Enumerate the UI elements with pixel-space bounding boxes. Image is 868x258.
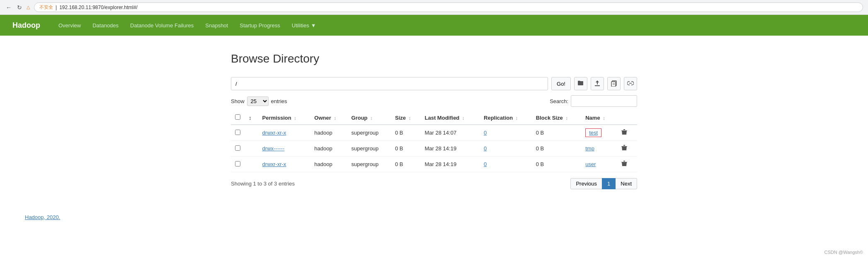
nav-datanodes[interactable]: Datanodes (87, 15, 124, 36)
group-label: Group (352, 115, 368, 121)
row-checkbox-0[interactable] (235, 130, 240, 135)
size-header[interactable]: Size ↕ (391, 111, 421, 125)
row-name-1[interactable]: tmp (581, 141, 616, 157)
row-replication-1: 0 (480, 141, 532, 157)
link-button[interactable] (624, 77, 637, 90)
row-size-0: 0 B (391, 125, 421, 141)
name-link-1[interactable]: tmp (585, 145, 594, 152)
row-block-size-2: 0 B (532, 157, 581, 172)
row-delete-0 (616, 125, 637, 141)
name-link-highlighted[interactable]: test (585, 128, 601, 137)
row-last-modified-2: Mar 28 14:19 (421, 157, 480, 172)
actions-header (616, 111, 637, 125)
page-1-button[interactable]: 1 (602, 178, 616, 189)
row-size-2: 0 B (391, 157, 421, 172)
chevron-down-icon: ▼ (311, 22, 316, 29)
row-permission-1[interactable]: drwx------ (258, 141, 310, 157)
search-input[interactable] (571, 95, 637, 107)
entries-label: entries (271, 98, 287, 104)
url-text: 192.168.20.11:9870/explorer.html#/ (59, 5, 138, 10)
delete-button-0[interactable] (620, 128, 629, 137)
nav-startup-progress[interactable]: Startup Progress (234, 15, 286, 36)
name-sort-icon: ↕ (603, 116, 605, 121)
select-all-checkbox[interactable] (235, 114, 240, 120)
pagination-buttons: Previous 1 Next (571, 178, 637, 189)
delete-button-2[interactable] (620, 159, 629, 169)
sort-icon-header[interactable]: ↕ (245, 111, 258, 125)
pagination-info: Showing 1 to 3 of 3 entries (231, 181, 295, 187)
sort-icon: ↕ (249, 115, 252, 121)
back-button[interactable]: ← (5, 4, 12, 11)
upload-button[interactable] (591, 77, 604, 90)
pagination-row: Showing 1 to 3 of 3 entries Previous 1 N… (231, 178, 637, 189)
folder-button[interactable] (574, 77, 587, 90)
show-row: Show 10 25 50 100 entries Search: (231, 95, 637, 107)
footer: Hadoop, 2020. (0, 206, 868, 229)
row-checkbox-cell (231, 157, 245, 172)
row-owner-1: hadoop (310, 141, 347, 157)
group-header[interactable]: Group ↕ (347, 111, 391, 125)
replication-sort-icon: ↕ (516, 116, 518, 121)
name-header[interactable]: Name ↕ (581, 111, 616, 125)
nav-utilities[interactable]: Utilities ▼ (286, 15, 322, 36)
show-label: Show (231, 98, 245, 104)
clipboard-icon (611, 80, 617, 88)
name-label: Name (585, 115, 600, 121)
entries-select[interactable]: 10 25 50 100 (247, 96, 269, 106)
warning-label: 不安全 (39, 4, 53, 10)
row-replication-2: 0 (480, 157, 532, 172)
replication-label: Replication (484, 115, 513, 121)
row-block-size-0: 0 B (532, 125, 581, 141)
previous-button[interactable]: Previous (570, 178, 602, 189)
last-modified-header[interactable]: Last Modified ↕ (421, 111, 480, 125)
row-size-1: 0 B (391, 141, 421, 157)
table-row: drwx------ hadoop supergroup 0 B Mar 28 … (231, 141, 637, 157)
nav-overview[interactable]: Overview (53, 15, 87, 36)
row-checkbox-2[interactable] (235, 161, 240, 166)
row-icon-cell (245, 125, 258, 141)
folder-icon (577, 80, 584, 88)
row-permission-0[interactable]: drwxr-xr-x (258, 125, 310, 141)
owner-header[interactable]: Owner ↕ (310, 111, 347, 125)
page-title: Browse Directory (231, 52, 637, 65)
search-label: Search: (550, 98, 568, 104)
select-all-header[interactable] (231, 111, 245, 125)
main-content: Browse Directory Go! Show (206, 36, 662, 206)
row-replication-0: 0 (480, 125, 532, 141)
row-checkbox-cell (231, 125, 245, 141)
name-link-2[interactable]: user (585, 161, 596, 167)
row-checkbox-1[interactable] (235, 145, 240, 151)
row-name-0[interactable]: test (581, 125, 616, 141)
permission-header[interactable]: Permission ↕ (258, 111, 310, 125)
go-button[interactable]: Go! (551, 77, 571, 90)
navbar-brand[interactable]: Hadoop (8, 21, 44, 30)
block-size-header[interactable]: Block Size ↕ (532, 111, 581, 125)
row-name-2[interactable]: user (581, 157, 616, 172)
upload-icon (594, 80, 601, 88)
separator: | (56, 5, 57, 10)
row-permission-2[interactable]: drwxr-xr-x (258, 157, 310, 172)
row-icon-cell (245, 157, 258, 172)
nav-snapshot[interactable]: Snapshot (199, 15, 234, 36)
row-delete-1 (616, 141, 637, 157)
row-owner-2: hadoop (310, 157, 347, 172)
row-owner-0: hadoop (310, 125, 347, 141)
clipboard-button[interactable] (607, 77, 621, 90)
permission-sort-icon: ↕ (294, 116, 296, 121)
last-modified-label: Last Modified (425, 115, 460, 121)
replication-header[interactable]: Replication ↕ (480, 111, 532, 125)
next-button[interactable]: Next (615, 178, 637, 189)
directory-table: ↕ Permission ↕ Owner ↕ Group ↕ Size ↕ (231, 111, 637, 172)
block-size-sort-icon: ↕ (565, 116, 568, 121)
block-size-label: Block Size (536, 115, 563, 121)
row-group-2: supergroup (347, 157, 391, 172)
delete-button-1[interactable] (620, 144, 629, 153)
security-warning-icon: △ (27, 5, 30, 10)
reload-button[interactable]: ↻ (16, 4, 23, 11)
footer-text[interactable]: Hadoop, 2020. (25, 214, 60, 220)
controls-row: Go! (231, 77, 637, 90)
show-left: Show 10 25 50 100 entries (231, 96, 287, 106)
row-group-0: supergroup (347, 125, 391, 141)
path-input[interactable] (231, 77, 548, 90)
nav-datanode-volume-failures[interactable]: Datanode Volume Failures (124, 15, 199, 36)
